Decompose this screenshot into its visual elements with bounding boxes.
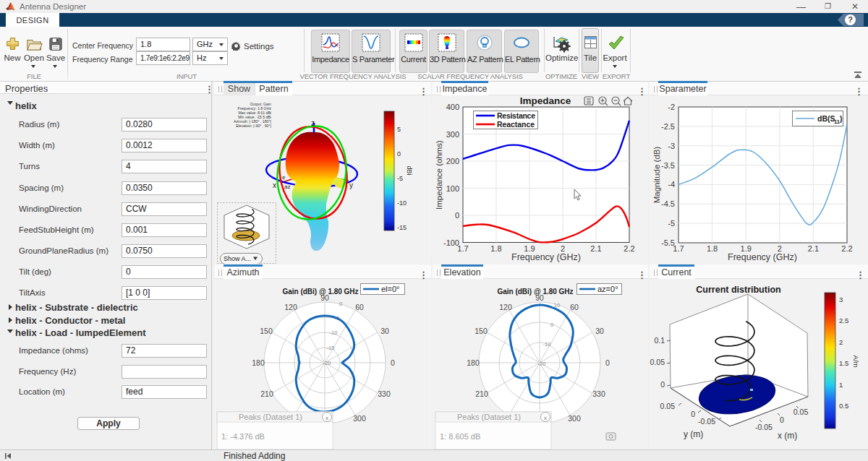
svg-text:0: 0 (391, 358, 395, 367)
svg-text:11: 11 (834, 119, 840, 125)
svg-text:1.7: 1.7 (673, 244, 684, 253)
svg-text:az=0°: az=0° (597, 285, 618, 293)
svg-text:Magnitude (dB): Magnitude (dB) (652, 147, 661, 204)
svg-text:): ) (840, 114, 843, 123)
svg-text:A/m: A/m (852, 356, 860, 368)
svg-text:Show A...: Show A... (224, 255, 251, 262)
svg-text:200: 200 (446, 157, 459, 165)
svg-text:100: 100 (446, 184, 459, 193)
svg-text:el=0°: el=0° (381, 285, 400, 293)
svg-text:Peaks (Dataset 1): Peaks (Dataset 1) (239, 413, 302, 421)
svg-text:-3: -3 (668, 142, 675, 150)
svg-text:Elevation: [-90° , 90°]: Elevation: [-90° , 90°] (236, 124, 271, 128)
svg-text:5: 5 (397, 126, 401, 133)
svg-text:1.8: 1.8 (707, 244, 718, 253)
svg-text:90: 90 (535, 293, 544, 302)
svg-text:z: z (311, 119, 315, 127)
svg-text:-10: -10 (397, 199, 407, 207)
svg-text:0: 0 (605, 358, 610, 367)
svg-text:180: 180 (252, 358, 265, 367)
svg-text:1.8: 1.8 (490, 244, 501, 253)
svg-text:0: 0 (691, 410, 695, 418)
svg-text:0: 0 (455, 211, 459, 220)
svg-text:x: x (273, 181, 276, 189)
svg-text:30: 30 (595, 327, 604, 335)
svg-text:120: 120 (284, 303, 297, 311)
svg-text:300: 300 (446, 130, 459, 139)
svg-text:2: 2 (839, 338, 843, 346)
svg-text:-0.05: -0.05 (755, 423, 773, 431)
svg-text:Peaks (Dataset 1): Peaks (Dataset 1) (457, 413, 521, 421)
svg-text:dBi: dBi (406, 165, 413, 175)
svg-text:y: y (349, 181, 353, 189)
svg-text:150: 150 (260, 327, 273, 335)
svg-text:1: 1 (839, 381, 843, 389)
svg-text:y (m): y (m) (684, 429, 703, 439)
svg-text:-4: -4 (668, 180, 675, 189)
svg-text:2.1: 2.1 (590, 244, 601, 253)
svg-text:210: 210 (260, 389, 273, 398)
svg-text:-20: -20 (538, 361, 546, 367)
svg-text:Current distribution: Current distribution (696, 285, 780, 295)
svg-text:1: -4.376 dB: 1: -4.376 dB (221, 432, 265, 441)
svg-text:120: 120 (499, 303, 512, 311)
svg-text:dB(S: dB(S (817, 114, 835, 123)
svg-text:-2.5: -2.5 (661, 122, 675, 131)
svg-text:1.7: 1.7 (457, 244, 468, 253)
svg-text:2.2: 2.2 (624, 244, 634, 253)
svg-text:3: 3 (839, 296, 843, 303)
svg-text:0: 0 (550, 322, 553, 328)
svg-text:0.1: 0.1 (654, 336, 665, 345)
svg-text:Frequency (GHz): Frequency (GHz) (511, 252, 581, 262)
svg-text:2.2: 2.2 (841, 244, 852, 253)
svg-text:30: 30 (380, 327, 389, 335)
svg-text:2.5: 2.5 (839, 316, 848, 324)
svg-text:180: 180 (467, 358, 480, 367)
svg-text:90: 90 (320, 293, 329, 302)
svg-text:0: 0 (397, 150, 401, 158)
svg-text:Impedance (ohms): Impedance (ohms) (435, 140, 443, 210)
svg-text:x (m): x (m) (778, 431, 797, 441)
svg-text:330: 330 (592, 389, 605, 398)
svg-text:-0.05: -0.05 (698, 417, 715, 426)
svg-text:60: 60 (570, 303, 579, 311)
svg-text:300: 300 (353, 414, 366, 423)
svg-text:0.5: 0.5 (839, 402, 848, 410)
svg-text:2.1: 2.1 (808, 244, 819, 253)
svg-text:Reactance: Reactance (497, 120, 535, 129)
svg-text:-20: -20 (323, 360, 331, 366)
svg-text:0: 0 (339, 301, 342, 307)
svg-text:-10: -10 (543, 341, 551, 348)
svg-text:150: 150 (475, 327, 488, 335)
svg-text:1.5: 1.5 (839, 359, 848, 367)
svg-text:0: 0 (660, 380, 665, 389)
svg-text:0.05: 0.05 (793, 408, 809, 416)
svg-text:300: 300 (568, 414, 581, 423)
svg-text:Impedance: Impedance (520, 95, 571, 106)
svg-text:-4.5: -4.5 (661, 199, 675, 208)
svg-text:e: e (282, 174, 286, 181)
svg-text:-15: -15 (397, 224, 407, 231)
svg-text:-5: -5 (668, 219, 675, 228)
svg-text:-2: -2 (668, 103, 675, 111)
svg-text:330: 330 (378, 389, 391, 398)
svg-text:-3.5: -3.5 (661, 161, 675, 170)
svg-text:210: 210 (475, 389, 488, 398)
svg-text:400: 400 (446, 103, 459, 111)
svg-text:0.05: 0.05 (660, 402, 676, 410)
svg-text:0: 0 (780, 415, 784, 424)
svg-text:x: x (544, 415, 547, 421)
svg-text:Frequency (GHz): Frequency (GHz) (728, 252, 797, 262)
svg-text:az: az (284, 184, 290, 190)
svg-text:Resistance: Resistance (497, 111, 535, 120)
svg-text:x: x (326, 415, 328, 421)
svg-text:60: 60 (355, 303, 364, 311)
svg-text:-10: -10 (330, 329, 338, 336)
svg-text:-15: -15 (327, 345, 335, 351)
svg-text:-5: -5 (397, 175, 403, 182)
svg-text:1: 8.605 dB: 1: 8.605 dB (440, 432, 480, 441)
svg-text:0.05: 0.05 (650, 358, 665, 366)
